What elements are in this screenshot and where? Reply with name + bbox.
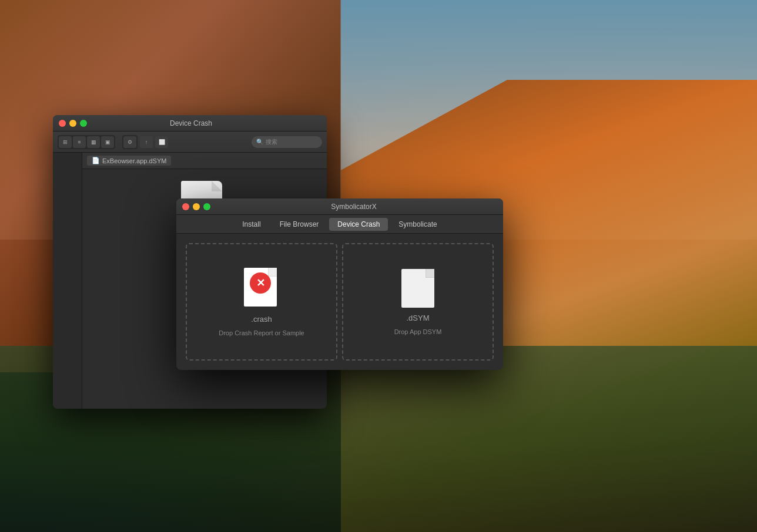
crash-drop-zone[interactable]: .crash Drop Crash Report or Sample [186,243,337,361]
finder-search[interactable]: 🔍 搜索 [252,136,322,148]
finder-toolbar: ⊞ ≡ ▦ ▣ ⚙ ↑ ⬜ 🔍 搜索 [53,132,327,153]
dsym-file-icon [401,269,434,308]
sym-title: SymbolicatorX [210,203,497,211]
dsym-drop-zone[interactable]: .dSYM Drop App DSYM [342,243,494,361]
crash-overlay-circle [250,272,271,294]
action-buttons: ⚙ [122,135,138,149]
crash-extension: .crash [251,315,272,324]
column-view-button[interactable]: ▦ [87,136,100,148]
finder-titlebar: Device Crash [53,115,327,132]
tab-symbolicate[interactable]: Symbolicate [390,218,445,231]
file-icon: 📄 [92,157,100,164]
sym-body: .crash Drop Crash Report or Sample .dSYM… [176,234,503,370]
search-icon: 🔍 [256,139,263,145]
share-button[interactable]: ↑ [140,136,153,148]
cover-view-button[interactable]: ▣ [101,136,114,148]
dsym-extension: .dSYM [406,314,429,322]
sym-titlebar: SymbolicatorX [176,198,503,215]
breadcrumb-label: ExBeowser.app.dSYM [102,157,166,164]
tag-button[interactable]: ⬜ [155,136,168,148]
finder-title: Device Crash [61,119,321,127]
view-buttons: ⊞ ≡ ▦ ▣ [58,135,115,149]
icon-view-button[interactable]: ⊞ [59,136,72,148]
tab-install[interactable]: Install [234,218,269,231]
search-placeholder: 搜索 [266,138,277,146]
dsym-drop-description: Drop App DSYM [394,328,442,335]
sym-traffic-lights [182,203,210,210]
finder-sidebar [53,153,82,409]
sym-close-button[interactable] [182,203,189,210]
crash-page [244,268,277,307]
tab-device-crash[interactable]: Device Crash [329,218,388,231]
finder-breadcrumb: 📄 ExBeowser.app.dSYM [82,153,327,169]
symbolicator-window: SymbolicatorX Install File Browser Devic… [176,198,503,370]
list-view-button[interactable]: ≡ [73,136,86,148]
crash-file-icon [244,268,279,309]
sym-tabs: Install File Browser Device Crash Symbol… [176,215,503,234]
crash-drop-description: Drop Crash Report or Sample [219,329,304,336]
tab-file-browser[interactable]: File Browser [272,218,327,231]
sym-minimize-button[interactable] [193,203,200,210]
breadcrumb-item: 📄 ExBeowser.app.dSYM [87,156,171,166]
arrange-button[interactable]: ⚙ [123,136,136,148]
sym-maximize-button[interactable] [203,203,210,210]
